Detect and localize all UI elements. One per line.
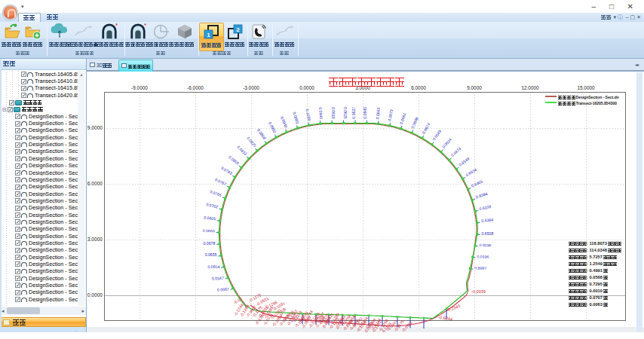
svg-text:0.0000: 0.0000 xyxy=(299,85,314,90)
svg-text:-0.0039: -0.0039 xyxy=(471,289,486,294)
svg-text:2: 2 xyxy=(236,26,240,33)
svg-text:0.0547: 0.0547 xyxy=(212,276,224,281)
svg-text:-6.0000: -6.0000 xyxy=(187,85,204,90)
svg-text:0.0196: 0.0196 xyxy=(477,255,489,259)
svg-text:6.0000: 6.0000 xyxy=(87,181,103,186)
svg-text:9.0000: 9.0000 xyxy=(87,125,103,130)
svg-text:0.0654: 0.0654 xyxy=(207,264,219,269)
svg-text:15.0000: 15.0000 xyxy=(577,85,595,90)
svg-text:0.0000: 0.0000 xyxy=(87,292,103,298)
svg-text:0.9196: 0.9196 xyxy=(480,243,492,247)
svg-text:6.0000: 6.0000 xyxy=(411,85,426,90)
svg-text:-3.0000: -3.0000 xyxy=(243,85,259,90)
svg-text:0.0625: 0.0625 xyxy=(343,107,348,119)
svg-text:*: * xyxy=(115,23,118,28)
svg-text:0.0645: 0.0645 xyxy=(363,107,367,119)
svg-text:0.0663: 0.0663 xyxy=(203,228,215,233)
svg-text:0.0627: 0.0627 xyxy=(351,107,356,119)
svg-text:0.8997: 0.8997 xyxy=(474,266,486,270)
svg-text:0.0655: 0.0655 xyxy=(205,252,217,257)
svg-text:1: 1 xyxy=(207,32,210,38)
svg-text:-9.0000: -9.0000 xyxy=(131,85,148,90)
svg-text:9.0000: 9.0000 xyxy=(467,85,482,90)
svg-text:0.0616: 0.0616 xyxy=(331,107,336,119)
svg-text:12.0000: 12.0000 xyxy=(521,85,539,90)
svg-text:0.0678: 0.0678 xyxy=(203,241,215,246)
svg-text:3.0000: 3.0000 xyxy=(87,237,103,242)
svg-text:0.6508: 0.6508 xyxy=(482,231,494,236)
